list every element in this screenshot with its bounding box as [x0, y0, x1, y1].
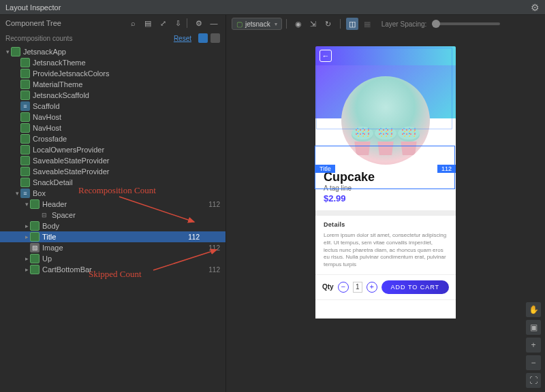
tree-row[interactable]: MaterialTheme	[0, 79, 225, 90]
add-to-cart-button[interactable]: ADD TO CART	[382, 280, 449, 294]
recomposition-label: Recomposition counts	[5, 35, 72, 42]
zoom-fit-icon[interactable]: ⛶	[526, 373, 541, 388]
composable-icon	[30, 199, 40, 209]
tree-row[interactable]: NavHost	[0, 122, 225, 133]
tree-row[interactable]: ▸Title112	[0, 231, 225, 242]
mode-2d-icon[interactable]: ◫	[346, 18, 358, 30]
tree-row[interactable]: NavHost	[0, 112, 225, 122]
tree-row[interactable]: ▾≡Box	[0, 188, 225, 199]
composable-icon	[20, 80, 30, 89]
overlay-toggle-icon[interactable]: ▦	[361, 18, 373, 30]
tree-expand-arrow[interactable]: ▾	[14, 190, 20, 197]
tree-row-label: Box	[33, 189, 179, 197]
details-header: Details	[324, 221, 448, 228]
reset-link[interactable]: Reset	[174, 35, 191, 42]
tree-collapse-icon[interactable]: —	[208, 17, 220, 29]
layer-spacing-slider[interactable]	[432, 22, 500, 25]
tree-row[interactable]: SnackDetail	[0, 177, 225, 188]
tree-row[interactable]: Crossfade	[0, 133, 225, 144]
composable-icon	[20, 112, 30, 122]
composable-icon	[20, 91, 30, 100]
component-tree-label: Component Tree	[5, 19, 61, 27]
back-button[interactable]: ←	[320, 50, 332, 62]
tree-row-label: MaterialTheme	[33, 80, 179, 88]
tree-expand-arrow[interactable]: ▸	[23, 255, 30, 262]
details-body: Lorem ipsum dolor sit amet, consectetur …	[324, 232, 448, 269]
chevron-down-icon: ▾	[275, 21, 277, 27]
app-top-bar: ←	[315, 46, 456, 65]
tree-row-label: Crossfade	[33, 135, 179, 143]
tree-row[interactable]: ≡Scaffold	[0, 101, 225, 112]
component-tree-header: Component Tree ⌕ ▤ ⤢ ⇩ ⚙ —	[0, 15, 225, 31]
rotate-3d-icon[interactable]: ▣	[526, 320, 541, 335]
tree-row-label: JetsnackTheme	[33, 59, 179, 67]
tree-row[interactable]: ▾Header112	[0, 199, 225, 210]
live-updates-icon[interactable]: ↻	[322, 18, 334, 30]
layout-icon: ≡	[20, 101, 30, 111]
tree-search-icon[interactable]: ⌕	[127, 17, 139, 29]
recomposition-header: Recomposition counts Reset	[0, 31, 225, 45]
device-selector[interactable]: ▢ jetsnack ▾	[232, 18, 282, 30]
tree-row-label: Scaffold	[33, 102, 179, 110]
tree-row[interactable]: ProvideJetsnackColors	[0, 68, 225, 79]
tree-row[interactable]: ⊟Spacer	[0, 210, 225, 220]
product-details: Details Lorem ipsum dolor sit amet, cons…	[315, 216, 456, 274]
qty-label: Qty	[322, 283, 334, 291]
tree-row[interactable]: ▸Up	[0, 253, 225, 264]
toggle-view-icon[interactable]: ◉	[292, 18, 305, 30]
composable-icon	[20, 123, 30, 133]
product-info: Cupcake A tag line $2.99	[315, 165, 456, 210]
tree-row-label: ProvideJetsnackColors	[33, 69, 179, 78]
tree-row[interactable]: JetsnackScaffold	[0, 90, 225, 101]
preview-canvas[interactable]: ← Title 112 Cupcake	[226, 33, 545, 392]
recomp-count-column-icon[interactable]	[198, 33, 208, 43]
phone-footer-space	[315, 299, 456, 318]
qty-increment-button[interactable]: +	[367, 282, 377, 293]
skip-count-column-icon[interactable]	[211, 33, 220, 43]
tree-row-label: JetsnackApp	[23, 48, 179, 56]
component-tree[interactable]: ▾JetsnackAppJetsnackThemeProvideJetsnack…	[0, 45, 225, 392]
tree-row-label: NavHost	[33, 113, 179, 121]
tree-expand-arrow[interactable]: ▸	[23, 266, 30, 273]
product-image	[341, 76, 430, 165]
zoom-in-icon[interactable]: +	[526, 338, 541, 353]
pan-tool-icon[interactable]: ✋	[526, 302, 541, 317]
settings-gear-icon[interactable]: ⚙	[531, 2, 540, 13]
tree-row-label: JetsnackScaffold	[33, 91, 179, 99]
tree-row-label: SaveableStateProvider	[33, 167, 179, 176]
tree-row-label: CartBottomBar	[42, 265, 179, 274]
composable-icon	[20, 178, 30, 187]
tree-row[interactable]: SaveableStateProvider	[0, 166, 225, 177]
tree-row[interactable]: SaveableStateProvider	[0, 155, 225, 166]
tree-row[interactable]: ▸CartBottomBar112	[0, 264, 225, 275]
tree-row-label: Up	[42, 255, 179, 263]
composable-icon	[30, 232, 40, 242]
tree-row-label: Spacer	[52, 211, 179, 219]
tree-row-label: Body	[42, 222, 179, 230]
tree-row[interactable]: JetsnackTheme	[0, 57, 225, 68]
composable-icon	[30, 254, 40, 263]
tree-expand-arrow[interactable]: ▸	[23, 233, 30, 240]
tree-expand-arrow[interactable]: ▸	[23, 223, 30, 229]
tree-expand-arrow[interactable]: ▾	[23, 201, 30, 208]
tree-filter-icon[interactable]: ▤	[142, 17, 154, 29]
snapshot-export-icon[interactable]: ⇲	[307, 18, 320, 30]
tree-row[interactable]: ▸Body	[0, 220, 225, 231]
tree-expand-arrow[interactable]: ▾	[4, 48, 11, 55]
tree-row-label: NavHost	[33, 124, 179, 132]
product-tagline: A tag line	[324, 184, 448, 192]
tree-row[interactable]: LocalOwnersProvider	[0, 144, 225, 155]
tree-row-label: Image	[42, 244, 179, 252]
tree-row[interactable]: ▧Image112	[0, 242, 225, 253]
tree-expand-icon[interactable]: ⤢	[157, 17, 169, 29]
tree-export-icon[interactable]: ⇩	[172, 17, 184, 29]
tree-options-icon[interactable]: ⚙	[193, 17, 205, 29]
selection-count-tag: 112	[437, 165, 456, 173]
qty-decrement-button[interactable]: −	[338, 282, 349, 293]
preview-toolbar: ▢ jetsnack ▾ ◉ ⇲ ↻ ◫ ▦ Layer Spacing:	[226, 15, 545, 33]
selection-label-tag: Title	[315, 165, 335, 173]
composable-icon	[30, 221, 40, 231]
composable-icon	[20, 167, 30, 176]
zoom-out-icon[interactable]: −	[526, 355, 541, 370]
tree-row[interactable]: ▾JetsnackApp	[0, 46, 225, 57]
